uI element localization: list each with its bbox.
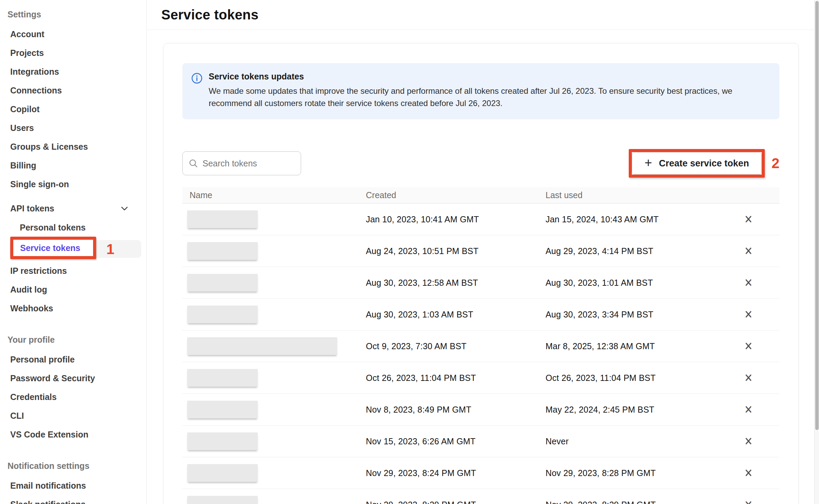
sidebar-section-your-profile: Your profile bbox=[8, 331, 146, 348]
api-tokens-label: API tokens bbox=[10, 204, 54, 213]
last-used-cell: Oct 26, 2023, 11:04 PM BST bbox=[546, 373, 719, 383]
created-cell: Aug 30, 2023, 12:58 AM BST bbox=[366, 278, 546, 288]
sidebar-item-credentials[interactable]: Credentials bbox=[0, 388, 146, 406]
last-used-cell: Aug 29, 2023, 4:14 PM BST bbox=[546, 246, 719, 256]
last-used-cell: Mar 8, 2025, 12:38 AM GMT bbox=[546, 341, 719, 351]
created-cell: Nov 15, 2023, 6:26 AM GMT bbox=[366, 436, 546, 446]
last-used-cell: Aug 30, 2023, 1:01 AM BST bbox=[546, 278, 719, 288]
create-service-token-button[interactable]: + Create service token bbox=[632, 152, 761, 175]
service-tokens-label[interactable]: Service tokens bbox=[20, 243, 80, 253]
info-banner: Service tokens updates We made some upda… bbox=[182, 63, 779, 119]
table-row: Nov 8, 2023, 8:49 PM GMT May 22, 2024, 2… bbox=[182, 394, 779, 425]
redacted-token-name bbox=[187, 432, 258, 450]
sidebar-item-ip-restrictions[interactable]: IP restrictions bbox=[0, 262, 146, 280]
delete-token-icon[interactable]: ✕ bbox=[744, 467, 753, 479]
redacted-token-name bbox=[187, 464, 258, 482]
delete-token-icon[interactable]: ✕ bbox=[744, 277, 753, 288]
banner-title: Service tokens updates bbox=[209, 72, 769, 81]
created-cell: Aug 24, 2023, 10:51 PM BST bbox=[366, 246, 546, 256]
table-row: Nov 29, 2023, 8:29 PM GMT Nov 29, 2023, … bbox=[182, 489, 779, 504]
sidebar-item-users[interactable]: Users bbox=[0, 119, 146, 137]
table-row: Nov 29, 2023, 8:24 PM GMT Nov 29, 2023, … bbox=[182, 457, 779, 489]
table-row: Nov 15, 2023, 6:26 AM GMT Never ✕ bbox=[182, 425, 779, 457]
sidebar-item-webhooks[interactable]: Webhooks bbox=[0, 299, 146, 318]
table-row: Aug 30, 2023, 1:03 AM BST Aug 30, 2023, … bbox=[182, 298, 779, 330]
page-title: Service tokens bbox=[161, 7, 258, 23]
table-row: Jan 10, 2023, 10:41 AM GMT Jan 15, 2024,… bbox=[182, 203, 779, 235]
chevron-down-icon bbox=[119, 203, 130, 214]
last-used-cell: Nov 29, 2023, 8:28 PM GMT bbox=[546, 468, 719, 478]
created-cell: Nov 29, 2023, 8:24 PM GMT bbox=[366, 468, 546, 478]
search-input[interactable] bbox=[182, 151, 301, 175]
settings-sidebar: Settings Account Projects Integrations C… bbox=[0, 0, 147, 504]
last-used-cell: Aug 30, 2023, 3:34 PM BST bbox=[546, 310, 719, 320]
delete-token-icon[interactable]: ✕ bbox=[744, 372, 753, 384]
redacted-token-name bbox=[187, 369, 258, 387]
delete-token-icon[interactable]: ✕ bbox=[744, 340, 753, 352]
redacted-token-name bbox=[187, 401, 258, 418]
sidebar-section-notification-settings: Notification settings bbox=[8, 458, 146, 474]
plus-icon: + bbox=[644, 156, 652, 169]
sidebar-item-integrations[interactable]: Integrations bbox=[0, 62, 146, 81]
redacted-token-name bbox=[187, 496, 258, 504]
delete-token-icon[interactable]: ✕ bbox=[744, 499, 753, 504]
sidebar-section-settings: Settings bbox=[8, 6, 146, 23]
sidebar-item-cli[interactable]: CLI bbox=[0, 406, 146, 425]
redacted-token-name bbox=[187, 306, 258, 323]
sidebar-item-account[interactable]: Account bbox=[0, 25, 146, 44]
sidebar-item-password-security[interactable]: Password & Security bbox=[0, 369, 146, 388]
banner-text: Service tokens updates We made some upda… bbox=[209, 72, 769, 109]
sidebar-item-copilot[interactable]: Copilot bbox=[0, 100, 146, 119]
last-used-cell: Jan 15, 2024, 10:43 AM GMT bbox=[546, 214, 719, 224]
redacted-token-name bbox=[187, 242, 258, 260]
last-used-cell: May 22, 2024, 2:45 PM BST bbox=[546, 405, 719, 415]
create-button-label: Create service token bbox=[659, 158, 749, 169]
sidebar-item-audit-log[interactable]: Audit log bbox=[0, 280, 146, 299]
redacted-token-name bbox=[187, 210, 258, 228]
service-tokens-card: Service tokens updates We made some upda… bbox=[163, 43, 799, 504]
table-row: Oct 26, 2023, 11:04 PM BST Oct 26, 2023,… bbox=[182, 362, 779, 394]
sidebar-item-groups-licenses[interactable]: Groups & Licenses bbox=[0, 137, 146, 156]
annotation-highlight-box-2: + Create service token bbox=[629, 149, 764, 178]
last-used-cell: Nov 29, 2023, 8:29 PM GMT bbox=[546, 500, 719, 504]
table-row: Aug 30, 2023, 12:58 AM BST Aug 30, 2023,… bbox=[182, 267, 779, 298]
table-row: Aug 24, 2023, 10:51 PM BST Aug 29, 2023,… bbox=[182, 235, 779, 267]
delete-token-icon[interactable]: ✕ bbox=[744, 309, 753, 320]
sidebar-item-single-sign-on[interactable]: Single sign-on bbox=[0, 175, 146, 194]
column-header-created: Created bbox=[366, 190, 546, 200]
page-header: Service tokens bbox=[147, 0, 814, 30]
sidebar-item-personal-tokens[interactable]: Personal tokens bbox=[0, 218, 146, 237]
sidebar-item-slack-notifications[interactable]: Slack notifications bbox=[0, 495, 146, 504]
service-tokens-page: Settings Account Projects Integrations C… bbox=[0, 0, 819, 504]
delete-token-icon[interactable]: ✕ bbox=[744, 435, 753, 447]
delete-token-icon[interactable]: ✕ bbox=[744, 213, 753, 225]
sidebar-item-email-notifications[interactable]: Email notifications bbox=[0, 476, 146, 495]
main-content: Service tokens Service tokens updates We… bbox=[147, 0, 814, 504]
redacted-token-name bbox=[187, 337, 337, 355]
column-header-name: Name bbox=[182, 190, 366, 200]
sidebar-item-billing[interactable]: Billing bbox=[0, 156, 146, 175]
sidebar-item-connections[interactable]: Connections bbox=[0, 81, 146, 100]
sidebar-item-api-tokens[interactable]: API tokens bbox=[0, 198, 146, 218]
annotation-step-2: 2 bbox=[772, 155, 779, 172]
created-cell: Oct 26, 2023, 11:04 PM BST bbox=[366, 373, 546, 383]
sidebar-item-projects[interactable]: Projects bbox=[0, 44, 146, 62]
delete-token-icon[interactable]: ✕ bbox=[744, 245, 753, 257]
created-cell: Jan 10, 2023, 10:41 AM GMT bbox=[366, 214, 546, 224]
column-header-last-used: Last used bbox=[546, 190, 719, 200]
search-icon bbox=[188, 158, 198, 170]
created-cell: Nov 8, 2023, 8:49 PM GMT bbox=[366, 405, 546, 415]
sidebar-item-service-tokens-selected[interactable]: Service tokens 1 bbox=[0, 238, 146, 260]
sidebar-item-personal-profile[interactable]: Personal profile bbox=[0, 350, 146, 369]
create-token-area: + Create service token 2 bbox=[629, 149, 779, 178]
search-box bbox=[182, 151, 301, 175]
created-cell: Oct 9, 2023, 7:30 AM BST bbox=[366, 341, 546, 351]
delete-token-icon[interactable]: ✕ bbox=[744, 404, 753, 415]
scrollbar-thumb[interactable] bbox=[815, 1, 819, 430]
created-cell: Aug 30, 2023, 1:03 AM BST bbox=[366, 310, 546, 320]
sidebar-item-vs-code-extension[interactable]: VS Code Extension bbox=[0, 425, 146, 444]
annotation-step-1: 1 bbox=[106, 241, 114, 257]
table-row: Oct 9, 2023, 7:30 AM BST Mar 8, 2025, 12… bbox=[182, 330, 779, 362]
page-scrollbar[interactable] bbox=[814, 0, 819, 504]
banner-body: We made some updates that improve the se… bbox=[209, 85, 769, 109]
